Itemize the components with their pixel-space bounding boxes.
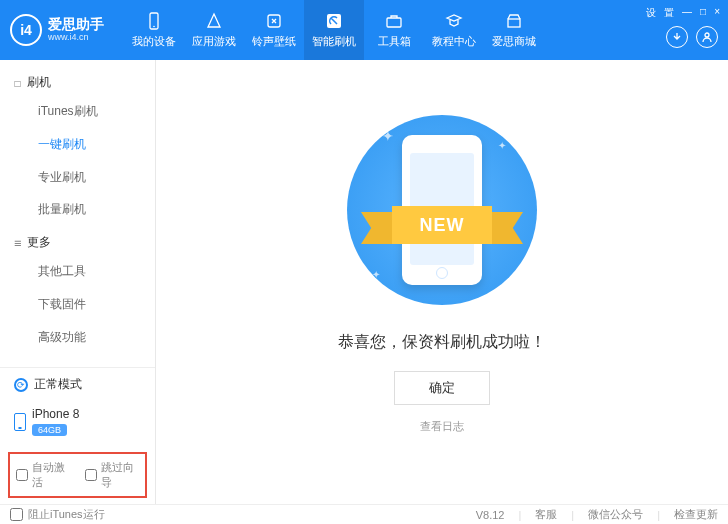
nav-label: 爱思商城 — [492, 34, 536, 49]
nav-apps[interactable]: 应用游戏 — [184, 0, 244, 60]
win-minimize-icon[interactable]: — — [680, 6, 694, 20]
ribbon-tail — [489, 212, 523, 244]
footer-right: V8.12 | 客服 | 微信公众号 | 检查更新 — [476, 507, 718, 522]
win-maximize-icon[interactable]: □ — [698, 6, 708, 20]
sidebar-item-oneclick-flash[interactable]: 一键刷机 — [0, 128, 155, 161]
device-name: iPhone 8 — [32, 407, 79, 421]
app-body: ☐ 刷机 iTunes刷机 一键刷机 专业刷机 批量刷机 ≡ 更多 其他工具 下… — [0, 60, 728, 504]
nav-tutorial[interactable]: 教程中心 — [424, 0, 484, 60]
nav-label: 应用游戏 — [192, 34, 236, 49]
apps-icon — [204, 11, 224, 31]
flash-icon — [324, 11, 344, 31]
svg-rect-5 — [508, 19, 520, 27]
nav-toolbox[interactable]: 工具箱 — [364, 0, 424, 60]
sidebar-group-label: 刷机 — [27, 74, 51, 91]
sidebar-scroll: ☐ 刷机 iTunes刷机 一键刷机 专业刷机 批量刷机 ≡ 更多 其他工具 下… — [0, 60, 155, 367]
sidebar-item-download-firmware[interactable]: 下载固件 — [0, 288, 155, 321]
sparkle-icon: ✦ — [498, 140, 506, 151]
checkbox-auto-activate[interactable]: 自动激活 — [16, 460, 71, 490]
ok-button[interactable]: 确定 — [394, 371, 490, 405]
flash-options: 自动激活 跳过向导 — [8, 452, 147, 498]
block-itunes-checkbox[interactable]: 阻止iTunes运行 — [10, 507, 105, 522]
checkbox-input[interactable] — [16, 469, 28, 481]
store-icon — [504, 11, 524, 31]
separator: | — [657, 509, 660, 521]
device-text: iPhone 8 64GB — [32, 407, 79, 436]
ringtone-icon — [264, 11, 284, 31]
collapse-icon: ≡ — [14, 236, 21, 250]
toolbox-icon — [384, 11, 404, 31]
nav-my-device[interactable]: 我的设备 — [124, 0, 184, 60]
success-illustration: ✦ ✦ ✦ NEW — [342, 110, 542, 310]
checkbox-input[interactable] — [10, 508, 23, 521]
nav-flash[interactable]: 智能刷机 — [304, 0, 364, 60]
checkbox-label: 自动激活 — [32, 460, 71, 490]
checkbox-skip-guide[interactable]: 跳过向导 — [85, 460, 140, 490]
sidebar-item-pro-flash[interactable]: 专业刷机 — [0, 161, 155, 194]
refresh-icon: ⟳ — [14, 378, 28, 392]
download-icon[interactable] — [666, 26, 688, 48]
user-icon[interactable] — [696, 26, 718, 48]
device-entry[interactable]: iPhone 8 64GB — [0, 401, 155, 446]
sparkle-icon: ✦ — [382, 128, 394, 144]
main-content: ✦ ✦ ✦ NEW 恭喜您，保资料刷机成功啦！ 确定 查看日志 — [156, 60, 728, 504]
checkbox-label: 阻止iTunes运行 — [28, 507, 105, 522]
ribbon-tail — [361, 212, 395, 244]
illust-ribbon: NEW — [357, 206, 527, 246]
nav-label: 智能刷机 — [312, 34, 356, 49]
header-actions — [666, 26, 718, 48]
checkbox-label: 跳过向导 — [101, 460, 140, 490]
wechat-link[interactable]: 微信公众号 — [588, 507, 643, 522]
device-mode[interactable]: ⟳ 正常模式 — [0, 368, 155, 401]
win-close-icon[interactable]: × — [712, 6, 722, 20]
win-menu-icon[interactable]: 置 — [662, 6, 676, 20]
sidebar: ☐ 刷机 iTunes刷机 一键刷机 专业刷机 批量刷机 ≡ 更多 其他工具 下… — [0, 60, 156, 504]
svg-rect-4 — [387, 18, 401, 27]
svg-point-6 — [705, 33, 709, 37]
phone-icon — [14, 413, 26, 431]
status-bar: 阻止iTunes运行 V8.12 | 客服 | 微信公众号 | 检查更新 — [0, 504, 728, 524]
win-settings-icon[interactable]: 设 — [644, 6, 658, 20]
top-nav: 我的设备 应用游戏 铃声壁纸 智能刷机 工具箱 教程中心 爱思商城 — [124, 0, 544, 60]
nav-label: 铃声壁纸 — [252, 34, 296, 49]
sidebar-bottom: ⟳ 正常模式 iPhone 8 64GB 自动激活 跳过向导 — [0, 367, 155, 504]
sidebar-group-flash[interactable]: ☐ 刷机 — [0, 66, 155, 95]
sidebar-item-advanced[interactable]: 高级功能 — [0, 321, 155, 354]
sidebar-group-more[interactable]: ≡ 更多 — [0, 226, 155, 255]
ribbon-text: NEW — [392, 206, 492, 244]
nav-store[interactable]: 爱思商城 — [484, 0, 544, 60]
logo-text: 爱思助手 www.i4.cn — [48, 17, 104, 42]
logo-title: 爱思助手 — [48, 17, 104, 32]
success-message: 恭喜您，保资料刷机成功啦！ — [338, 332, 546, 353]
device-icon — [144, 11, 164, 31]
separator: | — [571, 509, 574, 521]
sidebar-group-label: 更多 — [27, 234, 51, 251]
device-mode-label: 正常模式 — [34, 376, 82, 393]
app-header: i4 爱思助手 www.i4.cn 我的设备 应用游戏 铃声壁纸 智能刷机 工具… — [0, 0, 728, 60]
nav-label: 工具箱 — [378, 34, 411, 49]
device-storage-badge: 64GB — [32, 424, 67, 436]
app-logo: i4 爱思助手 www.i4.cn — [10, 14, 104, 46]
tutorial-icon — [444, 11, 464, 31]
logo-badge: i4 — [10, 14, 42, 46]
window-controls: 设 置 — □ × — [644, 6, 722, 20]
sidebar-item-batch-flash[interactable]: 批量刷机 — [0, 193, 155, 226]
nav-ringtone[interactable]: 铃声壁纸 — [244, 0, 304, 60]
logo-url: www.i4.cn — [48, 33, 104, 43]
sparkle-icon: ✦ — [372, 269, 380, 280]
support-link[interactable]: 客服 — [535, 507, 557, 522]
version-label: V8.12 — [476, 509, 505, 521]
nav-label: 教程中心 — [432, 34, 476, 49]
view-log-link[interactable]: 查看日志 — [420, 419, 464, 434]
nav-label: 我的设备 — [132, 34, 176, 49]
collapse-icon: ☐ — [14, 76, 21, 90]
svg-point-1 — [153, 26, 155, 28]
checkbox-input[interactable] — [85, 469, 97, 481]
update-link[interactable]: 检查更新 — [674, 507, 718, 522]
sidebar-item-itunes-flash[interactable]: iTunes刷机 — [0, 95, 155, 128]
sidebar-item-other-tools[interactable]: 其他工具 — [0, 255, 155, 288]
separator: | — [518, 509, 521, 521]
